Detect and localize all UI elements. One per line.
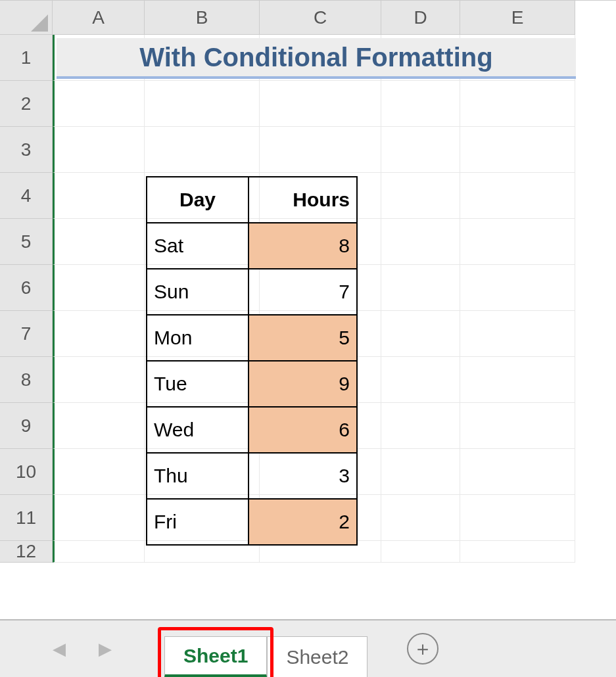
sheet-tab-bar: ◀ ▶ Sheet1Sheet2 ＋ xyxy=(0,619,616,677)
cell-hours[interactable]: 2 xyxy=(249,499,357,545)
col-header-A[interactable]: A xyxy=(53,1,145,35)
cell-day[interactable]: Fri xyxy=(147,499,249,545)
col-header-D[interactable]: D xyxy=(381,1,460,35)
cell-D12[interactable] xyxy=(381,541,460,563)
row-header-12[interactable]: 12 xyxy=(0,541,53,563)
cell-E8[interactable] xyxy=(460,357,575,403)
cell-A9[interactable] xyxy=(53,403,145,449)
data-table[interactable]: Day Hours Sat8Sun7Mon5Tue9Wed6Thu3Fri2 xyxy=(146,176,358,546)
row-header-7[interactable]: 7 xyxy=(0,311,53,357)
cell-D3[interactable] xyxy=(381,127,460,173)
cell-B2[interactable] xyxy=(145,81,260,127)
cell-day[interactable]: Mon xyxy=(147,315,249,361)
select-all-corner[interactable] xyxy=(0,1,53,35)
row-header-3[interactable]: 3 xyxy=(0,127,53,173)
table-row[interactable]: Sun7 xyxy=(147,269,357,315)
cell-A3[interactable] xyxy=(53,127,145,173)
svg-marker-0 xyxy=(31,14,48,32)
cell-E2[interactable] xyxy=(460,81,575,127)
row-header-2[interactable]: 2 xyxy=(0,81,53,127)
cell-E7[interactable] xyxy=(460,311,575,357)
sheet-tab-sheet1[interactable]: Sheet1 xyxy=(164,636,267,677)
cell-E12[interactable] xyxy=(460,541,575,563)
row-header-4[interactable]: 4 xyxy=(0,173,53,219)
col-header-E[interactable]: E xyxy=(460,1,575,35)
cell-A11[interactable] xyxy=(53,495,145,541)
table-row[interactable]: Mon5 xyxy=(147,315,357,361)
row-header-5[interactable]: 5 xyxy=(0,219,53,265)
cell-hours[interactable]: 5 xyxy=(249,315,357,361)
cell-D5[interactable] xyxy=(381,219,460,265)
cell-B3[interactable] xyxy=(145,127,260,173)
cell-E6[interactable] xyxy=(460,265,575,311)
cell-D7[interactable] xyxy=(381,311,460,357)
cell-E5[interactable] xyxy=(460,219,575,265)
sheet-tabs: Sheet1Sheet2 xyxy=(164,620,367,677)
cell-D10[interactable] xyxy=(381,449,460,495)
cell-D2[interactable] xyxy=(381,81,460,127)
sheet-nav-arrows: ◀ ▶ xyxy=(0,639,164,659)
cell-D4[interactable] xyxy=(381,173,460,219)
cell-day[interactable]: Wed xyxy=(147,407,249,453)
cell-D8[interactable] xyxy=(381,357,460,403)
table-row[interactable]: Thu3 xyxy=(147,453,357,499)
header-day[interactable]: Day xyxy=(147,177,249,223)
table-header-row: Day Hours xyxy=(147,177,357,223)
row-header-11[interactable]: 11 xyxy=(0,495,53,541)
row-header-6[interactable]: 6 xyxy=(0,265,53,311)
cell-A12[interactable] xyxy=(53,541,145,563)
row-header-1[interactable]: 1 xyxy=(0,35,53,81)
cell-hours[interactable]: 7 xyxy=(249,269,357,315)
table-row[interactable]: Sat8 xyxy=(147,223,357,269)
row-header-10[interactable]: 10 xyxy=(0,449,53,495)
cell-A6[interactable] xyxy=(53,265,145,311)
cell-A10[interactable] xyxy=(53,449,145,495)
cell-E9[interactable] xyxy=(460,403,575,449)
cell-day[interactable]: Sun xyxy=(147,269,249,315)
add-sheet-button[interactable]: ＋ xyxy=(407,633,438,665)
table-row[interactable]: Tue9 xyxy=(147,361,357,407)
cell-hours[interactable]: 9 xyxy=(249,361,357,407)
sheet-nav-prev-icon[interactable]: ◀ xyxy=(53,639,66,659)
cell-D6[interactable] xyxy=(381,265,460,311)
table-row[interactable]: Wed6 xyxy=(147,407,357,453)
col-header-B[interactable]: B xyxy=(145,1,260,35)
cell-A5[interactable] xyxy=(53,219,145,265)
col-header-C[interactable]: C xyxy=(260,1,381,35)
sheet-nav-next-icon[interactable]: ▶ xyxy=(99,639,112,659)
cell-E10[interactable] xyxy=(460,449,575,495)
cell-day[interactable]: Sat xyxy=(147,223,249,269)
row-header-9[interactable]: 9 xyxy=(0,403,53,449)
cell-A8[interactable] xyxy=(53,357,145,403)
cell-C2[interactable] xyxy=(260,81,381,127)
cell-C3[interactable] xyxy=(260,127,381,173)
cell-hours[interactable]: 6 xyxy=(249,407,357,453)
cell-A2[interactable] xyxy=(53,81,145,127)
cell-day[interactable]: Thu xyxy=(147,453,249,499)
cell-hours[interactable]: 8 xyxy=(249,223,357,269)
cell-A7[interactable] xyxy=(53,311,145,357)
header-hours[interactable]: Hours xyxy=(249,177,357,223)
cell-E3[interactable] xyxy=(460,127,575,173)
row-header-8[interactable]: 8 xyxy=(0,357,53,403)
cell-day[interactable]: Tue xyxy=(147,361,249,407)
cell-D11[interactable] xyxy=(381,495,460,541)
plus-icon: ＋ xyxy=(413,636,433,663)
cell-hours[interactable]: 3 xyxy=(249,453,357,499)
cell-E4[interactable] xyxy=(460,173,575,219)
page-title[interactable]: With Conditional Formatting xyxy=(57,38,576,79)
cell-E11[interactable] xyxy=(460,495,575,541)
cell-A4[interactable] xyxy=(53,173,145,219)
select-all-triangle-icon xyxy=(31,14,48,32)
table-row[interactable]: Fri2 xyxy=(147,499,357,545)
sheet-tab-sheet2[interactable]: Sheet2 xyxy=(267,636,367,677)
cell-D9[interactable] xyxy=(381,403,460,449)
